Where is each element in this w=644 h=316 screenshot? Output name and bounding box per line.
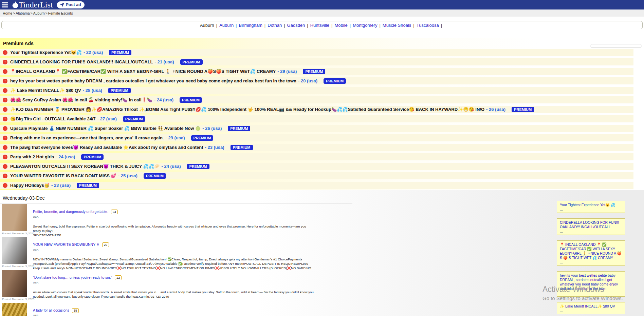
premium-ad-title[interactable]: The pawg that everyone loves😈 Ready and … <box>10 145 203 150</box>
city-separator: | <box>264 23 265 28</box>
premium-section-title: Premium Ads <box>0 38 633 49</box>
sidebar-ad-ellipsis: ... <box>560 309 622 313</box>
bump-up-icon[interactable]: ↑ <box>3 183 7 188</box>
premium-badge[interactable]: PREMIUM <box>180 59 203 65</box>
city-nav: Auburn | Auburn | Birmingham | Dothan | … <box>1 21 643 29</box>
post-ad-label: Post ad <box>66 2 81 7</box>
premium-ad-title[interactable]: YOUR WINTER FAVORITE IS BACK DONT MISS 💕 <box>10 173 116 178</box>
city-link-huntsville[interactable]: Huntsville <box>310 23 329 28</box>
premium-ad-title[interactable]: Your Tightest Experience Yet😼💦 <box>10 50 82 55</box>
bump-up-icon[interactable]: ↑ <box>3 60 7 64</box>
bump-up-icon[interactable]: ↑ <box>3 117 7 121</box>
bump-up-icon[interactable]: ↑ <box>3 50 7 55</box>
bump-up-icon[interactable]: ↑ <box>3 98 7 102</box>
listing-photo[interactable] <box>2 270 27 297</box>
premium-ad-row: ↑PLEASANTON OUTCALLS !! SEXY KOREAN😈 THI… <box>0 163 633 170</box>
city-link-dothan[interactable]: Dothan <box>268 23 282 28</box>
flame-icon <box>12 1 18 8</box>
listing-title-link[interactable]: "Don't stare too long… unless you're rea… <box>33 275 112 279</box>
bump-up-icon[interactable]: ↑ <box>3 88 7 93</box>
premium-ad-title[interactable]: Party with 2 Hot girls <box>10 154 54 159</box>
bump-up-icon[interactable]: ↑ <box>3 145 7 150</box>
premium-badge[interactable]: PREMIUM <box>512 107 534 112</box>
premium-ad-row: ↑Your Tightest Experience Yet😼💦- 22 (usa… <box>0 49 633 56</box>
premium-badge[interactable]: PREMIUM <box>123 116 145 122</box>
bump-up-icon[interactable]: ↑ <box>3 69 7 74</box>
premium-badge[interactable]: PREMIUM <box>324 78 346 84</box>
bump-up-icon[interactable]: ↑ <box>3 136 7 140</box>
premium-badge[interactable]: PREMIUM <box>77 183 99 188</box>
empty-ad-placeholder <box>590 44 642 48</box>
listing-photo[interactable] <box>2 237 27 264</box>
breadcrumb-state[interactable]: Alabama <box>16 11 30 15</box>
premium-badge[interactable]: PREMIUM <box>108 88 131 93</box>
listing-photo[interactable] <box>2 303 27 316</box>
premium-badge[interactable]: PREMIUM <box>191 135 214 141</box>
premium-ad-title[interactable]: 🌺🌺 Sexy CuRvy Asian 🌺🌺 in call 🍒 visitin… <box>10 97 152 102</box>
premium-ad-title[interactable]: Upscale Playmate 👗 NEW NUMBER 💦 Super So… <box>10 126 201 131</box>
sidebar-ad-box: Your Tightest Experience Yet😼 💦 ... <box>557 201 625 213</box>
premium-ad-meta: - 27 (usa) <box>97 116 117 121</box>
breadcrumb-category[interactable]: Female Escorts <box>48 11 73 15</box>
posted-date: Posted: December 3, 2025 <box>2 298 34 301</box>
posted-date: Posted: December 3, 2025 <box>2 232 34 235</box>
sidebar-ad-ellipsis: ... <box>560 229 622 233</box>
breadcrumb-home[interactable]: Home <box>3 11 12 15</box>
bump-up-icon[interactable]: ↑ <box>3 79 7 83</box>
sidebar-ad-link[interactable]: 📍 INCALL OAKLAND 📍 ✅ FACETIME/CAR ✅ WITH… <box>560 242 622 260</box>
age-badge: 24 <box>111 210 118 214</box>
premium-ad-meta: - 24 (usa) <box>161 164 181 169</box>
premium-badge[interactable]: PREMIUM <box>81 154 104 160</box>
city-link-mobile[interactable]: Mobile <box>334 23 347 28</box>
premium-badge[interactable]: PREMIUM <box>303 69 325 74</box>
premium-ad-title[interactable]: ✨ Lake Merritt INCALL✨ $80 QV <box>10 88 81 93</box>
bump-up-icon[interactable]: ↑ <box>3 174 7 178</box>
sidebar-ad-link[interactable]: CINDERELLA LOOKING FOR FUN!!! OAKLAND!!!… <box>560 220 622 229</box>
sidebar-ad-link[interactable]: ✨ Lake Merritt INCALL✨ $80 QV <box>560 304 622 309</box>
listing-title-link[interactable]: A lady for all occasions <box>33 308 69 312</box>
premium-ad-meta: - 24 (usa) <box>154 97 173 102</box>
post-ad-button[interactable]: Post ad <box>57 1 84 8</box>
city-link-tuscaloosa[interactable]: Tuscaloosa <box>417 23 439 28</box>
premium-ad-title[interactable]: 😘Big Tits Girl - OUTCALL Available 24/7 <box>10 116 96 121</box>
sidebar-ad-link[interactable]: Your Tightest Experience Yet😼 💦 <box>560 203 622 207</box>
listing-title-link[interactable]: Petite, brunette, and dangerously unforg… <box>33 210 108 214</box>
activate-windows-watermark-sub: Go to Settings to activate Windows. <box>542 295 623 301</box>
premium-badge[interactable]: PREMIUM <box>187 164 209 169</box>
city-link-gadsden[interactable]: Gadsden <box>287 23 305 28</box>
city-link-birmingham[interactable]: Birmingham <box>239 23 262 28</box>
premium-badge[interactable]: PREMIUM <box>180 97 202 103</box>
breadcrumb-separator: > <box>45 11 48 15</box>
hamburger-menu-icon[interactable] <box>1 1 10 8</box>
city-link-muscle-shoals[interactable]: Muscle Shoals <box>383 23 411 28</box>
city-link-montgomery[interactable]: Montgomery <box>353 23 377 28</box>
premium-ad-title[interactable]: PLEASANTON OUTCALLS !! SEXY KOREAN😈 THIC… <box>10 164 160 169</box>
city-link-auburn[interactable]: Auburn <box>219 23 234 28</box>
premium-ad-meta: - 28 (usa) <box>83 88 102 93</box>
premium-ad-title[interactable]: Being with me is an experience—one that … <box>10 135 164 140</box>
city-separator: | <box>216 23 217 28</box>
premium-badge[interactable]: PREMIUM <box>109 50 131 55</box>
premium-ad-title[interactable]: ✨K.O Daa NUMBER 🥇 PROVIDER 👩✨💋AMAZING Th… <box>10 107 484 112</box>
bump-up-icon[interactable]: ↑ <box>3 107 7 112</box>
premium-badge[interactable]: PREMIUM <box>228 126 250 131</box>
premium-ad-meta: - 29 (usa) <box>165 135 185 140</box>
bump-up-icon[interactable]: ↑ <box>3 164 7 169</box>
bump-up-icon[interactable]: ↑ <box>3 155 7 159</box>
premium-ad-meta: - 24 (usa) <box>56 154 75 159</box>
paper-plane-icon <box>60 3 64 7</box>
listing-title-link[interactable]: YOUR NEW FAVORITE SNOWBUNNY ❄ <box>33 242 99 246</box>
premium-badge[interactable]: PREMIUM <box>144 173 166 179</box>
premium-ad-title[interactable]: hey its your best wettes petite baby DRE… <box>10 78 296 83</box>
brand-logo[interactable]: TinderList <box>12 1 53 9</box>
listing-photo[interactable] <box>2 204 27 231</box>
premium-ad-title[interactable]: Happy HOlidays🥳 <box>10 183 50 188</box>
breadcrumb-city[interactable]: Auburn <box>33 11 45 15</box>
premium-badge[interactable]: PREMIUM <box>231 145 253 150</box>
premium-ad-title[interactable]: 📍INCALL OAKLAND📍 ✅FACETIME/CAR✅ WITH A S… <box>10 69 276 74</box>
top-header: TinderList Post ad <box>0 0 644 9</box>
premium-ad-row: ↑Party with 2 Hot girls- 24 (usa)PREMIUM <box>0 153 633 160</box>
city-separator: | <box>307 23 308 28</box>
premium-ad-title[interactable]: CINDERELLA LOOKING FOR FUN!!! OAKLAND!!!… <box>10 59 153 64</box>
bump-up-icon[interactable]: ↑ <box>3 126 7 131</box>
